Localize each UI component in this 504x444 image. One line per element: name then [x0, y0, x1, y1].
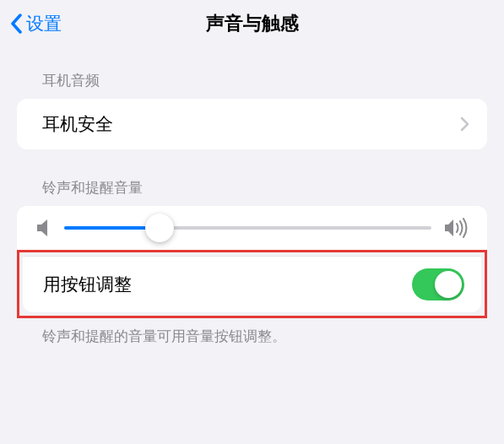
speaker-low-icon: [35, 219, 52, 237]
nav-bar: 设置 声音与触感: [0, 0, 504, 47]
change-with-buttons-cell: 用按钮调整: [23, 256, 481, 312]
chevron-left-icon: [10, 14, 23, 34]
section-header-headphone: 耳机音频: [0, 47, 504, 99]
chevron-right-icon: [460, 116, 470, 132]
volume-slider-cell: [17, 206, 487, 250]
change-with-buttons-toggle[interactable]: [412, 268, 464, 301]
section-footer: 铃声和提醒的音量可用音量按钮调整。: [0, 318, 504, 355]
headphone-safety-label: 耳机安全: [42, 112, 460, 136]
volume-slider[interactable]: [64, 226, 431, 230]
highlighted-row: 用按钮调整: [17, 250, 487, 318]
speaker-high-icon: [443, 218, 469, 238]
slider-thumb[interactable]: [145, 214, 174, 242]
back-label: 设置: [26, 12, 62, 35]
section-header-ringer: 铃声和提醒音量: [0, 149, 504, 206]
page-title: 声音与触感: [206, 11, 299, 36]
toggle-knob: [435, 271, 462, 298]
back-button[interactable]: 设置: [10, 12, 62, 35]
change-with-buttons-label: 用按钮调整: [43, 273, 412, 296]
headphone-safety-cell[interactable]: 耳机安全: [17, 99, 487, 149]
